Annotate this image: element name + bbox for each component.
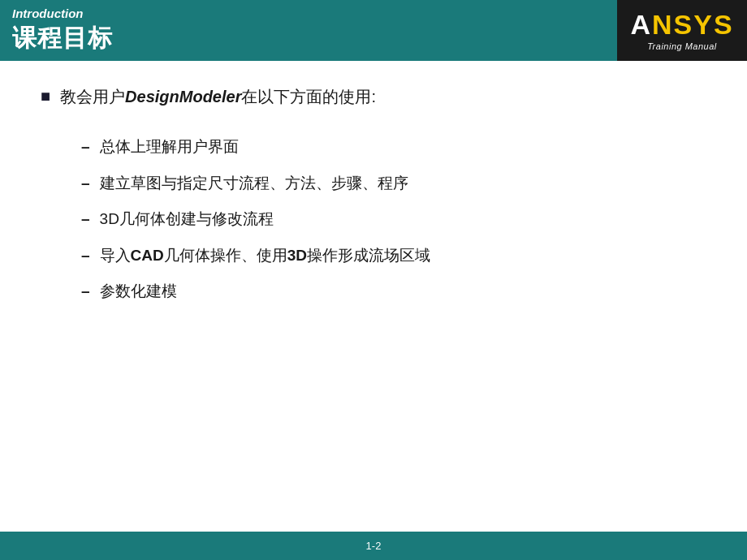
header-logo: ANSYS Training Manual bbox=[617, 0, 747, 61]
sub-bullet-text-2: 建立草图与指定尺寸流程、方法、步骤、程序 bbox=[100, 173, 408, 195]
sub-bullet-text-4: 导入CAD几何体操作、使用3D操作形成流场区域 bbox=[100, 245, 430, 267]
ansys-logo: ANSYS bbox=[630, 11, 733, 38]
sub4-prefix: 导入 bbox=[100, 247, 131, 264]
sub-bullet-text-3: 3D几何体创建与修改流程 bbox=[100, 209, 274, 230]
sub4-bold1: CAD bbox=[131, 247, 164, 264]
sub-bullets-list: – 总体上理解用户界面 – 建立草图与指定尺寸流程、方法、步骤、程序 – 3D几… bbox=[81, 136, 706, 317]
sub-bullet-4: – 导入CAD几何体操作、使用3D操作形成流场区域 bbox=[81, 245, 706, 267]
main-bullet-text: 教会用户DesignModeler在以下方面的使用: bbox=[60, 85, 376, 108]
main-bullet-suffix: 在以下方面的使用: bbox=[241, 88, 376, 106]
sub4-after: 操作形成流场区域 bbox=[307, 247, 430, 264]
training-manual-label: Training Manual bbox=[647, 41, 717, 51]
sub-bullet-2: – 建立草图与指定尺寸流程、方法、步骤、程序 bbox=[81, 173, 706, 195]
dash-icon-5: – bbox=[81, 281, 90, 303]
sub-bullet-5: – 参数化建模 bbox=[81, 281, 706, 303]
dash-icon-2: – bbox=[81, 173, 90, 195]
main-bullet-prefix: 教会用户 bbox=[60, 88, 125, 106]
sub4-middle: 几何体操作、使用 bbox=[164, 247, 287, 264]
sub-bullet-text-1: 总体上理解用户界面 bbox=[100, 136, 239, 158]
page-number: 1-2 bbox=[366, 540, 382, 552]
header: Introduction 课程目标 ANSYS Training Manual bbox=[0, 0, 747, 61]
sub-bullet-text-5: 参数化建模 bbox=[100, 281, 177, 303]
main-bullet-product: DesignModeler bbox=[125, 88, 241, 106]
header-title: 课程目标 bbox=[12, 22, 605, 55]
header-subtitle: Introduction bbox=[12, 6, 605, 20]
dash-icon-1: – bbox=[81, 136, 90, 158]
dash-icon-3: – bbox=[81, 209, 90, 230]
dash-icon-4: – bbox=[81, 245, 90, 267]
main-content: ■ 教会用户DesignModeler在以下方面的使用: – 总体上理解用户界面… bbox=[0, 61, 747, 532]
sub4-bold2: 3D bbox=[287, 247, 307, 264]
sub-bullet-3: – 3D几何体创建与修改流程 bbox=[81, 209, 706, 230]
footer: 1-2 bbox=[0, 532, 747, 560]
main-bullet-icon: ■ bbox=[41, 87, 50, 106]
header-left: Introduction 课程目标 bbox=[0, 0, 617, 61]
main-bullet-section: ■ 教会用户DesignModeler在以下方面的使用: bbox=[41, 85, 706, 108]
sub-bullet-1: – 总体上理解用户界面 bbox=[81, 136, 706, 158]
